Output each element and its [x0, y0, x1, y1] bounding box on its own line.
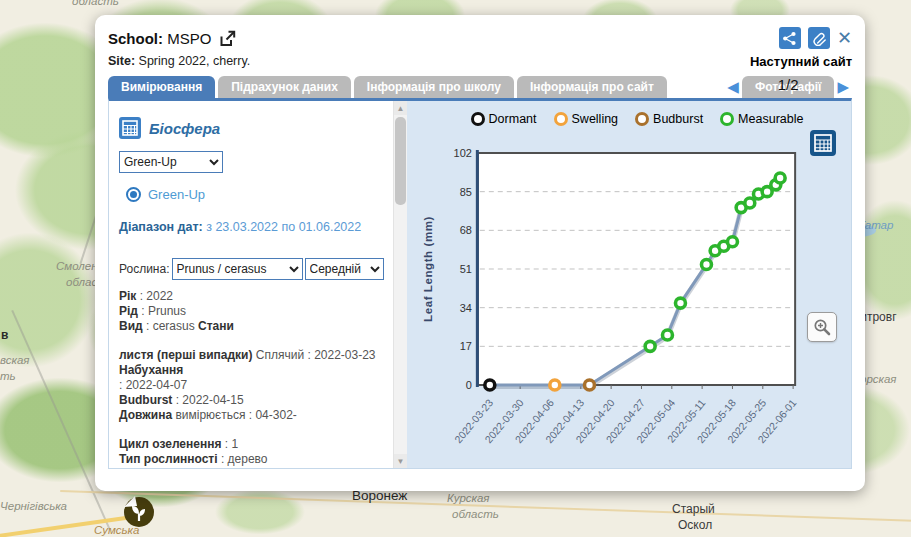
data-point-swelling[interactable] [550, 380, 560, 390]
tab-measurements[interactable]: Вимірювання [108, 76, 215, 98]
data-point-measurable[interactable] [727, 237, 737, 247]
attach-link-button[interactable] [808, 27, 830, 49]
protocol-select[interactable]: Green-Up [119, 151, 223, 173]
panel-scrollbar[interactable]: ▲ ▼ [393, 101, 407, 468]
map-road [60, 490, 911, 522]
biosphere-table-icon [119, 117, 141, 139]
measurement-panel: Біосфера Green-Up Green-Up Діапазон дат:… [109, 101, 393, 468]
detail-line: Budburst : 2022-04-15 [119, 393, 376, 408]
chart-legend: DormantSwellingBudburstMeasurable [478, 112, 796, 126]
chart-panel: DormantSwellingBudburstMeasurable 017345… [407, 101, 851, 468]
svg-text:51: 51 [460, 263, 472, 275]
detail-line: : 2022-04-07 [119, 378, 376, 393]
school-title: School: MSPO [108, 30, 211, 47]
tab-bar: Вимірювання Підрахунок даних Інформація … [108, 75, 852, 98]
legend-label: Measurable [738, 112, 803, 126]
legend-ring-icon [471, 112, 485, 126]
legend-label: Swelling [572, 112, 619, 126]
detail-line: Рід : Prunus [119, 304, 376, 319]
detail-line: Вид : cerasus Стани [119, 319, 376, 334]
statistic-select[interactable]: Середній [305, 258, 384, 280]
next-page-arrow-icon[interactable]: ▶ [834, 77, 852, 97]
date-range: Діапазон дат: з 23.03.2022 по 01.06.2022 [119, 220, 361, 234]
detail-line: Кількість листків : 4 [119, 467, 376, 468]
svg-text:102: 102 [454, 147, 472, 159]
legend-item[interactable]: Swelling [554, 112, 619, 126]
scroll-up-icon[interactable]: ▲ [394, 101, 407, 115]
legend-item[interactable]: Budburst [635, 112, 703, 126]
map-label: Чернігівська [0, 500, 67, 512]
school-label: School: [108, 30, 163, 47]
date-range-label: Діапазон дат: [119, 220, 203, 234]
site-plant-marker[interactable] [121, 493, 157, 529]
school-value: MSPO [167, 30, 211, 47]
data-point-measurable[interactable] [775, 173, 785, 183]
map-label: ть [0, 370, 16, 382]
site-title: Site: Spring 2022, cherry. [108, 54, 250, 68]
paperclip-icon [811, 31, 826, 46]
data-point-budburst[interactable] [584, 380, 594, 390]
map-label: вская [0, 354, 29, 366]
plant-select[interactable]: Prunus / cerasus [172, 258, 303, 280]
dialog-header: School: MSPO [108, 26, 852, 50]
tab-data-counts[interactable]: Підрахунок даних [218, 76, 351, 98]
scroll-down-icon[interactable]: ▼ [394, 454, 407, 468]
detail-gap [119, 334, 376, 348]
map-label: орская [860, 373, 897, 385]
svg-text:85: 85 [460, 186, 472, 198]
leaf-length-chart: 017345168851022022-03-232022-03-302022-0… [407, 101, 851, 468]
detail-line: Набухання [119, 363, 376, 378]
prev-page-arrow-icon[interactable]: ◀ [724, 77, 742, 97]
svg-text:68: 68 [460, 224, 472, 236]
detail-line: листя (перші випадки) Сплячий : 2022-03-… [119, 348, 376, 363]
dialog-subheader: Site: Spring 2022, cherry. Наступний сай… [108, 50, 852, 72]
tab-school-info[interactable]: Інформація про школу [354, 76, 514, 98]
page-indicator: 1/2 [778, 76, 799, 93]
site-value: Spring 2022, cherry. [139, 54, 251, 68]
svg-text:0: 0 [466, 379, 472, 391]
map-label: область [72, 0, 119, 7]
map-label: область [452, 508, 499, 520]
next-site-link[interactable]: Наступний сайт [750, 54, 852, 69]
date-range-value: з 23.03.2022 по 01.06.2022 [206, 220, 361, 234]
plant-marker-icon [121, 493, 157, 529]
site-label: Site: [108, 54, 135, 68]
svg-text:34: 34 [460, 302, 472, 314]
greenup-radio-label: Green-Up [148, 187, 205, 202]
map-label: Оскол [678, 518, 712, 532]
svg-text:17: 17 [460, 340, 472, 352]
map-label: в [1, 328, 8, 342]
legend-label: Budburst [653, 112, 703, 126]
data-point-measurable[interactable] [662, 330, 672, 340]
legend-ring-icon [635, 112, 649, 126]
data-point-measurable[interactable] [645, 341, 655, 351]
data-point-measurable[interactable] [701, 259, 711, 269]
data-point-measurable[interactable] [675, 298, 685, 308]
detail-gap [119, 423, 376, 437]
data-point-dormant[interactable] [485, 380, 495, 390]
detail-line: Рік : 2022 [119, 289, 376, 304]
legend-label: Dormant [489, 112, 537, 126]
legend-item[interactable]: Dormant [471, 112, 537, 126]
detail-line: Тип рослинності : дерево [119, 452, 376, 467]
detail-line: Цикл озеленення : 1 [119, 437, 376, 452]
data-point-measurable[interactable] [745, 198, 755, 208]
tab-site-info[interactable]: Інформація про сайт [517, 76, 667, 98]
measurement-details: Рік : 2022Рід : PrunusВид : cerasus Стан… [119, 289, 376, 468]
legend-ring-icon [720, 112, 734, 126]
map-label: Курская [447, 492, 490, 504]
site-detail-dialog: School: MSPO [95, 15, 865, 491]
tab-content: Біосфера Green-Up Green-Up Діапазон дат:… [108, 98, 852, 469]
scrollbar-thumb[interactable] [395, 117, 406, 205]
detail-line: Довжина вимірюється : 04-302- [119, 408, 376, 423]
legend-ring-icon [554, 112, 568, 126]
share-button[interactable] [779, 27, 801, 49]
close-icon[interactable]: ✕ [837, 29, 852, 47]
section-title: Біосфера [149, 120, 220, 137]
legend-item[interactable]: Measurable [720, 112, 803, 126]
greenup-radio[interactable] [126, 187, 141, 202]
open-school-icon[interactable] [218, 29, 237, 48]
plant-label: Рослина: [119, 262, 170, 276]
photos-tab-cluster: ◀ Фотографії ▶ 1/2 [724, 76, 852, 98]
svg-text:Leaf Length (mm): Leaf Length (mm) [422, 216, 434, 322]
